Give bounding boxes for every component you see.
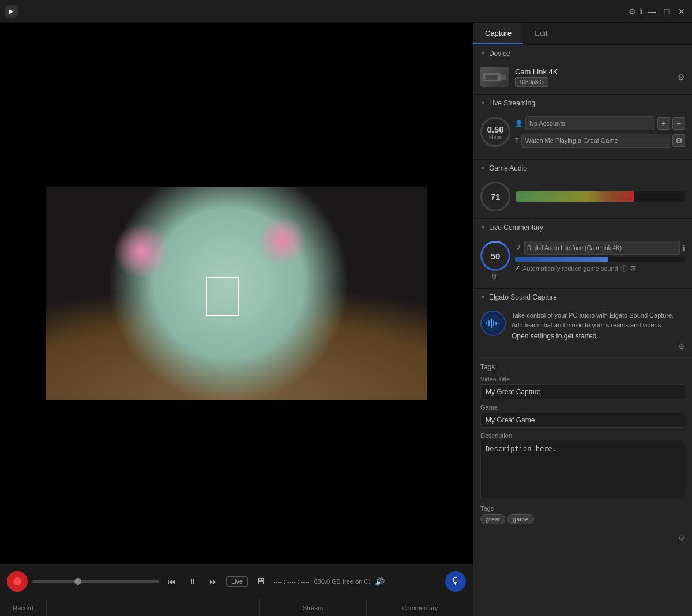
mic-device-select[interactable]: Digital Audio Interface (Cam Link 4K) (524, 241, 680, 255)
commentary-controls: 🎙 Digital Audio Interface (Cam Link 4K) … (515, 241, 685, 273)
mbps-unit: Mbps (489, 134, 502, 140)
screenshot-button[interactable]: 🖥 (253, 573, 269, 589)
svg-rect-5 (491, 319, 492, 328)
device-section-header[interactable]: ▼ Device (473, 45, 692, 62)
account-select[interactable]: No Accounts (525, 116, 655, 130)
sound-capture-description: Take control of your PC audio with Elgat… (512, 311, 685, 330)
title-bar-left: ▶ (5, 5, 18, 18)
auto-reduce-row: ✓ Automatically reduce game sound i ⚙ (515, 264, 685, 273)
bottom-bar: ⏮ ⏸ ⏭ Live 🖥 ---- : ---- : ---- 880.0 GB… (0, 564, 473, 616)
commentary-content: 50 🎙 🎙 Digital Audio Interface (Cam Link… (473, 236, 692, 288)
svg-rect-6 (493, 320, 494, 326)
remove-account-button[interactable]: − (672, 117, 685, 130)
device-info: Cam Link 4K 1080p30 i (480, 67, 558, 87)
device-section: ▼ Device Cam Link 4K (473, 45, 692, 95)
commentary-section: ▼ Live Commentary 50 🎙 🎙 (473, 219, 692, 289)
record-button[interactable] (7, 571, 28, 592)
title-row: T ⚙ (515, 134, 685, 148)
stream-title-input[interactable] (521, 134, 670, 148)
sound-capture-label: Elgato Sound Capture (489, 293, 557, 301)
commentary-row: 50 🎙 🎙 Digital Audio Interface (Cam Link… (480, 241, 685, 281)
maximize-button[interactable]: □ (661, 6, 672, 17)
streaming-row: 0.50 Mbps 👤 No Accounts + − (480, 116, 685, 148)
auto-reduce-check: ✓ (515, 264, 520, 272)
game-audio-header[interactable]: ▼ Game Audio (473, 160, 692, 177)
add-account-button[interactable]: + (657, 117, 670, 130)
auto-reduce-info-icon: i (620, 265, 627, 272)
close-button[interactable]: ✕ (676, 6, 687, 17)
device-badge: 1080p30 i (515, 77, 548, 87)
audio-row: 71 (480, 182, 685, 211)
title-bar: ▶ ⚙ ℹ — □ ✕ (0, 0, 692, 23)
fast-forward-button[interactable]: ⏭ (205, 573, 221, 589)
device-content: Cam Link 4K 1080p30 i ⚙ (473, 62, 692, 94)
tab-capture[interactable]: Capture (473, 23, 523, 44)
audio-meter-bar (516, 191, 634, 202)
sound-capture-header[interactable]: ▼ Elgato Sound Capture (473, 289, 692, 306)
mbps-display: 0.50 Mbps (480, 117, 510, 147)
commentary-meter (515, 257, 685, 262)
sound-capture-settings-button[interactable]: ⚙ (678, 342, 685, 351)
video-title-field: Video Title (480, 376, 685, 399)
mic-mute-button[interactable]: 🎙 (491, 273, 498, 281)
mic-info-button[interactable]: ℹ (682, 244, 685, 252)
focus-box (206, 277, 239, 316)
commentary-label: Live Commentary (489, 224, 543, 232)
video-title-input[interactable] (480, 384, 685, 399)
device-icon (480, 67, 509, 87)
sound-capture-section: ▼ Elgato Sound Capture (473, 289, 692, 358)
volume-button[interactable]: 🔊 (375, 577, 385, 586)
svg-rect-2 (485, 75, 498, 80)
mic-select-row: 🎙 Digital Audio Interface (Cam Link 4K) … (515, 241, 685, 255)
video-area (0, 23, 473, 564)
commentary-toggle[interactable]: 🎙 (445, 571, 466, 592)
sound-capture-text: Take control of your PC audio with Elgat… (512, 311, 685, 340)
right-panel: Capture Edit ▼ Device (473, 23, 692, 616)
audio-value: 71 (491, 192, 501, 202)
tags-field: Tags great game (480, 505, 685, 524)
bottom-settings-button[interactable]: ⚙ (678, 534, 685, 542)
bottom-labels: Record Stream Commentary (0, 599, 473, 616)
controls-row: ⏮ ⏸ ⏭ Live 🖥 ---- : ---- : ---- 880.0 GB… (0, 564, 473, 599)
streaming-section: ▼ Live Streaming 0.50 Mbps 👤 No Accounts (473, 95, 692, 160)
rewind-button[interactable]: ⏮ (164, 573, 180, 589)
commentary-dial: 50 (480, 241, 510, 271)
account-row: 👤 No Accounts + − (515, 116, 685, 130)
live-button[interactable]: Live (226, 576, 248, 587)
streaming-chevron: ▼ (480, 100, 486, 106)
device-settings-button[interactable]: ⚙ (678, 73, 685, 82)
device-name: Cam Link 4K (515, 67, 558, 76)
game-audio-chevron: ▼ (480, 165, 486, 171)
sound-capture-content: Take control of your PC audio with Elgat… (473, 306, 692, 358)
pause-button[interactable]: ⏸ (185, 573, 201, 589)
svg-rect-1 (501, 75, 506, 80)
timeline-slider[interactable] (32, 580, 159, 583)
record-label: Record (0, 604, 46, 611)
info-button[interactable]: ℹ (640, 7, 642, 16)
game-input[interactable] (480, 413, 685, 428)
settings-button[interactable]: ⚙ (629, 7, 636, 16)
bottom-settings-row: ⚙ (473, 531, 692, 545)
minimize-button[interactable]: — (646, 6, 657, 17)
audio-dial: 71 (480, 182, 510, 211)
tag-great[interactable]: great (480, 514, 505, 524)
tags-section: Tags Video Title Game Description Descri… (473, 358, 692, 531)
commentary-header[interactable]: ▼ Live Commentary (473, 219, 692, 236)
stream-label: Stream (260, 604, 366, 611)
commentary-settings-button[interactable]: ⚙ (630, 264, 637, 273)
svg-rect-4 (488, 320, 490, 326)
commentary-chevron: ▼ (480, 225, 486, 230)
main-content: ⏮ ⏸ ⏭ Live 🖥 ---- : ---- : ---- 880.0 GB… (0, 23, 692, 616)
time-display: ---- : ---- : ---- (273, 578, 309, 585)
commentary-label: Commentary (367, 604, 473, 611)
svg-rect-7 (495, 322, 497, 325)
stream-title-settings[interactable]: ⚙ (672, 134, 685, 147)
description-textarea[interactable]: Description here. (480, 441, 685, 498)
streaming-header[interactable]: ▼ Live Streaming (473, 95, 692, 112)
description-label: Description (480, 432, 685, 439)
tags-section-label: Tags (480, 363, 685, 371)
tag-game[interactable]: game (507, 514, 534, 524)
svg-rect-3 (486, 322, 487, 324)
tab-edit[interactable]: Edit (523, 23, 559, 44)
commentary-meter-bar (515, 257, 608, 262)
